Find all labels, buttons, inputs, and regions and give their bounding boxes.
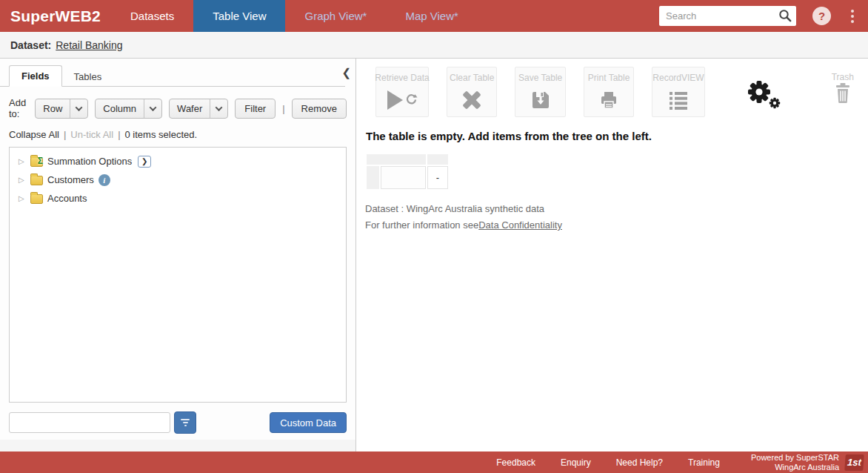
table-corner-cell	[367, 154, 426, 165]
data-confidentiality-link[interactable]: Data Confidentiality	[478, 219, 562, 231]
tree-search-row: Custom Data	[0, 403, 355, 440]
search-box	[659, 6, 796, 26]
tab-tables[interactable]: Tables	[62, 67, 114, 87]
trash-icon	[834, 82, 852, 103]
row-dropdown-caret[interactable]	[70, 106, 87, 111]
remove-button[interactable]: Remove	[292, 99, 347, 119]
top-navbar: SuperWEB2 Datasets Table View Graph View…	[0, 0, 868, 32]
search-icon[interactable]	[777, 8, 793, 24]
powered-by-line1: Powered by SuperSTAR	[751, 453, 839, 463]
wingarc-logo: 1st	[844, 454, 864, 471]
add-to-row: Add to: Row Column Wafer Filter | Remove	[0, 87, 355, 119]
search-input[interactable]	[659, 6, 796, 26]
chevron-down-icon	[76, 104, 83, 111]
retrieve-data-label: Retrieve Data	[375, 73, 429, 83]
further-info-line: For further information seeData Confiden…	[365, 219, 868, 231]
folder-icon	[30, 194, 43, 204]
overflow-menu-icon[interactable]	[846, 10, 859, 23]
column-dropdown-caret[interactable]	[144, 106, 161, 111]
expand-arrow-icon[interactable]	[19, 176, 26, 184]
help-icon[interactable]: ?	[812, 7, 831, 25]
empty-table-preview: -	[365, 153, 450, 191]
save-table-button[interactable]: Save Table	[515, 67, 565, 117]
column-button-label: Column	[96, 103, 144, 114]
footer-link-feedback[interactable]: Feedback	[496, 457, 535, 468]
page-footer: Feedback Enquiry Need Help? Training Pow…	[0, 452, 868, 473]
app-logo: SuperWEB2	[0, 0, 111, 32]
expand-arrow-icon[interactable]	[19, 157, 26, 165]
trash-button[interactable]: Trash	[818, 67, 868, 103]
nav-item-graph-view[interactable]: Graph View*	[285, 0, 386, 32]
tab-fields[interactable]: Fields	[9, 65, 62, 87]
left-panel-footer-strip	[0, 440, 355, 452]
table-toolbar: Retrieve Data Clear Table Save Table	[356, 59, 868, 117]
list-icon	[668, 83, 689, 116]
tree-filter-icon[interactable]	[174, 411, 196, 434]
nav-item-datasets[interactable]: Datasets	[111, 0, 193, 32]
tree-item-label[interactable]: Customers	[47, 174, 94, 185]
add-to-wafer-button[interactable]: Wafer	[169, 99, 228, 119]
save-floppy-icon	[530, 83, 551, 116]
footer-links: Feedback Enquiry Need Help? Training	[496, 457, 720, 468]
wafer-button-label: Wafer	[170, 103, 210, 114]
expand-arrow-icon[interactable]	[19, 194, 26, 202]
trash-label: Trash	[832, 72, 854, 82]
further-info-text: For further information see	[365, 219, 478, 231]
clear-table-button[interactable]: Clear Table	[447, 67, 497, 117]
footer-link-training[interactable]: Training	[688, 457, 720, 468]
tree-item-label[interactable]: Accounts	[47, 193, 87, 204]
add-to-row-button[interactable]: Row	[35, 99, 88, 119]
untick-all-link[interactable]: Un-tick All	[70, 129, 113, 140]
powered-by-text: Powered by SuperSTAR WingArc Australia	[751, 453, 839, 472]
tree-search-input[interactable]	[9, 412, 170, 433]
filter-button[interactable]: Filter	[235, 99, 276, 119]
play-refresh-icon	[387, 83, 418, 116]
footer-link-enquiry[interactable]: Enquiry	[561, 457, 591, 468]
save-table-label: Save Table	[518, 73, 562, 83]
chevron-down-icon	[150, 104, 157, 111]
chevron-down-icon	[216, 104, 223, 111]
clear-x-icon	[461, 83, 482, 116]
separator: |	[282, 103, 284, 114]
row-button-label: Row	[36, 103, 70, 114]
folder-icon	[30, 176, 43, 185]
clear-table-label: Clear Table	[450, 73, 494, 83]
nav-item-map-view[interactable]: Map View*	[386, 0, 477, 32]
collapse-all-link[interactable]: Collapse All	[9, 129, 59, 140]
open-summation-options-icon[interactable]	[138, 156, 151, 168]
recordview-button[interactable]: RecordVIEW	[652, 67, 704, 117]
items-selected-count: 0 items selected.	[125, 129, 198, 140]
collapse-panel-icon[interactable]: ❮	[341, 66, 351, 79]
powered-by-line2: WingArc Australia	[751, 463, 839, 472]
custom-data-button[interactable]: Custom Data	[270, 412, 347, 433]
tree-item-customers[interactable]: Customers i	[13, 171, 343, 189]
left-panel: Fields Tables ❮ Add to: Row Column Wafer…	[0, 59, 356, 452]
retrieve-data-button[interactable]: Retrieve Data	[375, 67, 429, 117]
add-to-label: Add to:	[9, 97, 28, 119]
footer-link-need-help[interactable]: Need Help?	[616, 457, 663, 468]
dataset-info-text: Dataset : WingArc Australia synthetic da…	[365, 203, 868, 214]
table-row-stub-cell	[367, 166, 379, 189]
tree-item-summation-options[interactable]: Summation Options	[13, 152, 343, 171]
tree-item-accounts[interactable]: Accounts	[13, 189, 343, 208]
table-row: -	[367, 166, 448, 189]
table-column-header-cell	[427, 154, 448, 165]
main-area: Fields Tables ❮ Add to: Row Column Wafer…	[0, 59, 868, 452]
tree-item-label[interactable]: Summation Options	[47, 156, 132, 167]
dataset-bar: Dataset: Retail Banking	[0, 32, 868, 59]
printer-icon	[598, 83, 619, 116]
table-row-header-cell	[381, 166, 426, 189]
wafer-dropdown-caret[interactable]	[210, 106, 227, 111]
dataset-label: Dataset:	[10, 39, 51, 51]
nav-item-table-view[interactable]: Table View	[193, 0, 285, 32]
field-tree: Summation Options Customers i Accounts	[9, 147, 347, 403]
print-table-button[interactable]: Print Table	[584, 67, 634, 117]
info-icon[interactable]: i	[99, 174, 110, 186]
dataset-name-link[interactable]: Retail Banking	[56, 39, 122, 51]
table-view-panel: Retrieve Data Clear Table Save Table	[356, 59, 868, 452]
table-options-gear-icon[interactable]	[747, 79, 784, 112]
print-table-label: Print Table	[588, 73, 630, 83]
add-to-column-button[interactable]: Column	[95, 99, 162, 119]
table-header-row	[367, 154, 448, 165]
tree-toolbar: Collapse All | Un-tick All | 0 items sel…	[0, 119, 355, 140]
